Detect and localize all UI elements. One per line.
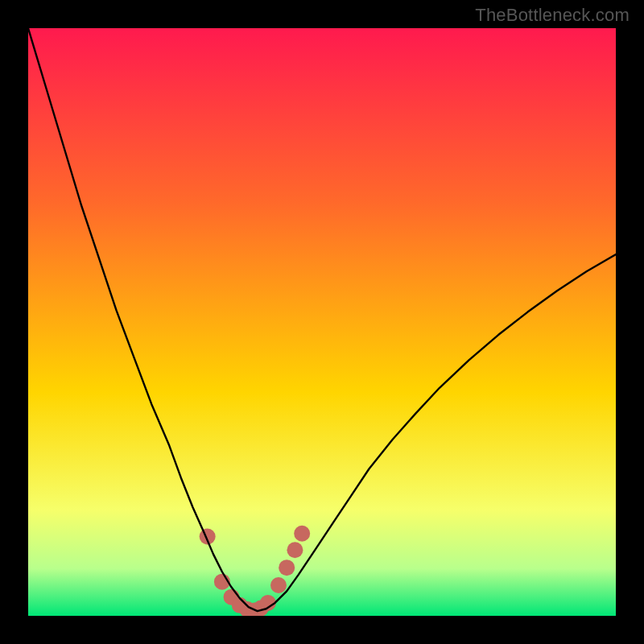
- marker-dot: [294, 526, 310, 542]
- chart-frame: TheBottleneck.com: [0, 0, 644, 644]
- watermark-text: TheBottleneck.com: [475, 5, 630, 26]
- gradient-background: [28, 28, 616, 616]
- chart-svg: [28, 28, 616, 616]
- plot-area: [28, 28, 616, 616]
- marker-dot: [270, 577, 287, 593]
- marker-dot: [287, 542, 303, 558]
- marker-dot: [279, 559, 295, 576]
